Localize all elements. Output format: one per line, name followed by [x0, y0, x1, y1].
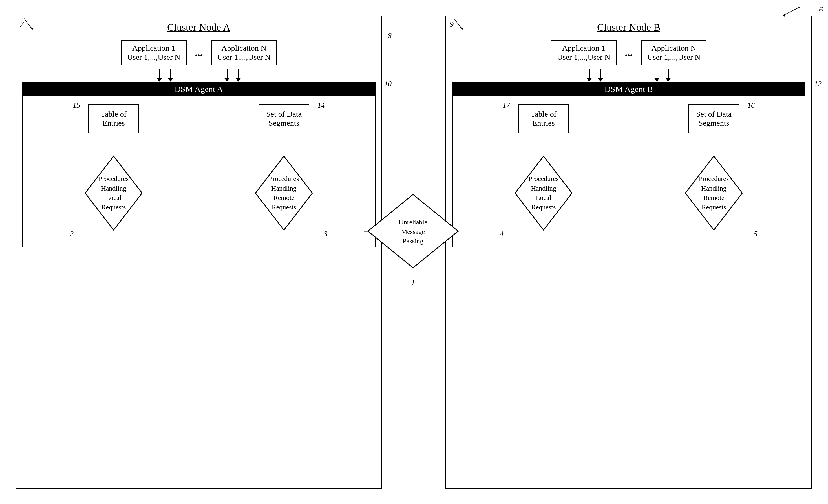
- set-data-segs-a-line1: Set of Data: [265, 110, 302, 119]
- dsm-agent-a: 10 DSM Agent A 15 Table of Entries 14 Se…: [22, 82, 375, 248]
- arrow-app1-left-a: [157, 69, 162, 82]
- arrows-row-b: [446, 69, 811, 82]
- arrow-app1-right-b: [598, 69, 603, 82]
- appN-a-line1: Application N: [217, 44, 271, 53]
- ref-5: 5: [754, 230, 757, 238]
- dots-a: ...: [195, 47, 203, 58]
- proc-local-b-text: Procedures Handling Local Requests: [523, 174, 565, 212]
- app1-a: Application 1 User 1,...,User N: [121, 40, 187, 65]
- arrow-pair-app1-b: [586, 69, 603, 82]
- table-entries-b-line2: Entries: [525, 119, 562, 128]
- ref-3: 3: [324, 230, 328, 238]
- app-row-b: Application 1 User 1,...,User N ... Appl…: [446, 40, 811, 65]
- cluster-node-b-title: Cluster Node B: [446, 22, 811, 33]
- set-data-segs-a-wrapper: 14 Set of Data Segments: [258, 104, 309, 133]
- arrow-pair-appN-a: [224, 69, 241, 82]
- ref-12: 12: [814, 80, 822, 88]
- dsm-upper-a: 15 Table of Entries 14 Set of Data Segme…: [23, 95, 375, 142]
- appN-b-line2: User 1,...,User N: [647, 53, 701, 62]
- ref-4: 4: [500, 230, 503, 238]
- table-entries-a-wrapper: 15 Table of Entries: [88, 104, 139, 133]
- cluster-node-a-title: Cluster Node A: [16, 22, 381, 33]
- app1-b: Application 1 User 1,...,User N: [551, 40, 617, 65]
- proc-remote-a-text: Procedures Handling Remote Requests: [263, 174, 305, 212]
- ref-6: 6: [819, 5, 823, 14]
- arrows-row-a: [16, 69, 381, 82]
- diagram: 6 8 7 Cluster Node A Application 1 User …: [0, 0, 828, 504]
- dsm-agent-b-title: DSM Agent B: [453, 83, 804, 95]
- table-entries-a-line1: Table of: [95, 110, 132, 119]
- proc-local-a-container: 2 Procedures Handling Local Requests: [78, 151, 149, 236]
- app-row-a: Application 1 User 1,...,User N ... Appl…: [16, 40, 381, 65]
- ref-16: 16: [747, 101, 755, 110]
- proc-local-a-text: Procedures Handling Local Requests: [92, 174, 135, 212]
- ref-17: 17: [503, 101, 510, 110]
- set-data-segs-a: Set of Data Segments: [258, 104, 309, 133]
- svg-marker-10: [783, 13, 786, 17]
- appN-a: Application N User 1,...,User N: [211, 40, 277, 65]
- table-entries-b-wrapper: 17 Table of Entries: [518, 104, 569, 133]
- cluster-node-a: 7 Cluster Node A Application 1 User 1,..…: [15, 15, 382, 489]
- ref-7-arrow: [15, 15, 44, 38]
- proc-remote-a-container: 3 Procedures Handling Remote Requests: [249, 151, 319, 236]
- app1-a-line2: User 1,...,User N: [127, 53, 180, 62]
- dsm-lower-a: 2 Procedures Handling Local Requests 3: [23, 142, 375, 247]
- proc-local-b-container: 4 Procedures Handling Local Requests: [508, 151, 579, 236]
- appN-b-line1: Application N: [647, 44, 701, 53]
- set-data-segs-a-line2: Segments: [265, 119, 302, 128]
- app1-b-line2: User 1,...,User N: [557, 53, 610, 62]
- ref-9-arrow: [446, 15, 473, 38]
- proc-remote-b-text: Procedures Handling Remote Requests: [693, 174, 735, 212]
- set-data-segs-b-wrapper: 16 Set of Data Segments: [689, 104, 739, 133]
- arrow-app1-left-b: [586, 69, 592, 82]
- ump-wrapper: 1 Unreliable Message Passing: [364, 192, 462, 272]
- dsm-lower-b: 4 Procedures Handling Local Requests 5: [453, 142, 804, 247]
- ref-15: 15: [73, 101, 80, 110]
- app1-b-line1: Application 1: [557, 44, 610, 53]
- arrow-pair-appN-b: [654, 69, 671, 82]
- appN-a-line2: User 1,...,User N: [217, 53, 271, 62]
- dsm-agent-b: 12 DSM Agent B 17 Table of Entries 16 Se…: [452, 82, 805, 248]
- table-entries-a-line2: Entries: [95, 119, 132, 128]
- table-entries-b-line1: Table of: [525, 110, 562, 119]
- appN-b: Application N User 1,...,User N: [641, 40, 707, 65]
- ref-8: 8: [388, 31, 391, 40]
- set-data-segs-b-line2: Segments: [695, 119, 733, 128]
- table-entries-b: Table of Entries: [518, 104, 569, 133]
- ump-text: Unreliable Message Passing: [389, 218, 437, 246]
- ref-1: 1: [411, 278, 415, 287]
- cluster-node-b: 9 Cluster Node B Application 1 User 1,..…: [446, 15, 812, 489]
- ref-2: 2: [70, 230, 74, 238]
- app1-a-line1: Application 1: [127, 44, 180, 53]
- dsm-upper-b: 17 Table of Entries 16 Set of Data Segme…: [453, 95, 804, 142]
- arrow-pair-app1-a: [157, 69, 173, 82]
- dots-b: ...: [625, 47, 633, 58]
- table-entries-a: Table of Entries: [88, 104, 139, 133]
- arrow-appN-right-a: [236, 69, 241, 82]
- arrow-appN-left-b: [654, 69, 660, 82]
- arrow-appN-left-a: [224, 69, 230, 82]
- set-data-segs-b: Set of Data Segments: [689, 104, 739, 133]
- dsm-agent-a-title: DSM Agent A: [23, 83, 375, 95]
- ref-6-arrow: [777, 3, 811, 20]
- ref-10: 10: [384, 80, 391, 88]
- arrow-appN-right-b: [665, 69, 671, 82]
- ref-14: 14: [318, 101, 325, 110]
- proc-remote-b-container: 5 Procedures Handling Remote Requests: [678, 151, 749, 236]
- set-data-segs-b-line1: Set of Data: [695, 110, 733, 119]
- arrow-app1-right-a: [168, 69, 173, 82]
